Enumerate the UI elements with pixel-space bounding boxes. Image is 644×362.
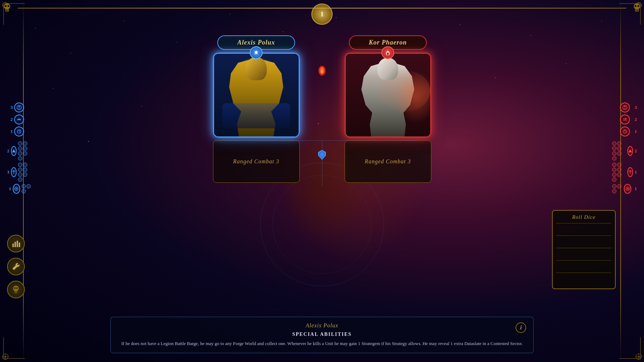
dice-result-1 xyxy=(556,223,611,235)
left-char-art xyxy=(214,54,299,136)
svg-line-24 xyxy=(19,132,20,133)
dice-result-3 xyxy=(556,248,611,260)
right-ability-text: Ranged Combat 3 xyxy=(365,158,411,165)
right-character-card[interactable] xyxy=(345,53,431,138)
bottom-info-panel: Alexis Polux SPECIAL ABILITIES If he doe… xyxy=(110,317,534,353)
left-ability-card: Ranged Combat 3 xyxy=(213,140,300,183)
bottom-panel-character-name: Alexis Polux xyxy=(121,322,523,329)
info-icon-button[interactable]: i xyxy=(516,322,526,333)
right-stat-icon-2 xyxy=(620,115,630,124)
svg-marker-44 xyxy=(628,149,632,152)
svg-rect-48 xyxy=(12,244,14,247)
svg-point-55 xyxy=(16,287,18,289)
svg-rect-18 xyxy=(636,10,637,11)
roll-dice-panel: Roll Dice xyxy=(552,210,616,289)
svg-point-17 xyxy=(638,5,639,7)
skull-left xyxy=(0,2,14,14)
svg-rect-56 xyxy=(15,291,16,293)
left-character-section: Alexis Polux xyxy=(207,35,306,183)
right-card-wrapper xyxy=(345,53,431,138)
svg-point-8 xyxy=(4,3,10,10)
dice-result-4 xyxy=(556,260,611,273)
svg-marker-25 xyxy=(12,149,16,152)
right-pips-1 xyxy=(612,141,626,160)
left-sidebar: 3 2 1 2 xyxy=(7,21,32,358)
left-stat-num-2: 2 xyxy=(7,117,13,122)
left-pip-row-3: 1 xyxy=(7,184,32,194)
center-area: Alexis Polux xyxy=(32,21,612,358)
right-faction-icon xyxy=(381,46,394,59)
right-character-section: Kor Phaeron R xyxy=(338,35,437,183)
left-bottom-icons xyxy=(7,235,25,298)
left-card-wrapper xyxy=(213,53,300,138)
right-pips-2 xyxy=(612,163,626,182)
skull-right xyxy=(630,2,644,14)
chart-button[interactable] xyxy=(7,235,25,252)
svg-point-37 xyxy=(387,52,389,55)
svg-rect-49 xyxy=(15,242,16,247)
main-layout: 3 2 1 2 xyxy=(0,0,644,362)
bottom-panel-abilities-text: If he does not have a Legion Battle Barg… xyxy=(121,340,523,348)
svg-point-11 xyxy=(8,5,10,7)
svg-rect-51 xyxy=(19,243,20,247)
left-stat-row-3: 1 xyxy=(7,127,24,136)
left-stat-icon-1 xyxy=(14,103,24,112)
svg-rect-57 xyxy=(16,291,17,293)
svg-rect-12 xyxy=(6,10,7,11)
left-character-name: Alexis Polux xyxy=(237,39,275,46)
left-stat-icon-2 xyxy=(14,115,24,124)
left-stat-row-2: 2 xyxy=(7,115,24,124)
right-pip-row-1: 2 xyxy=(612,141,637,161)
left-faction-icon xyxy=(250,46,263,59)
skull-bottom-button[interactable] xyxy=(7,281,25,298)
wrench-button[interactable] xyxy=(7,258,25,275)
svg-point-21 xyxy=(18,106,20,107)
shield-icon-bottom xyxy=(316,148,328,161)
svg-point-16 xyxy=(635,5,637,7)
svg-point-14 xyxy=(634,3,640,10)
right-char-art xyxy=(346,54,430,136)
right-sidebar: 3 2 1 2 xyxy=(612,21,637,358)
left-character-card[interactable] xyxy=(213,53,300,138)
dice-result-5 xyxy=(556,273,611,285)
left-pips-2 xyxy=(18,163,32,182)
svg-line-43 xyxy=(625,132,626,133)
right-character-name: Kor Phaeron xyxy=(369,39,407,46)
svg-point-39 xyxy=(624,106,626,107)
content-area: 3 2 1 2 xyxy=(0,18,644,362)
svg-point-52 xyxy=(13,286,19,291)
left-pip-row-1: 2 xyxy=(7,141,32,161)
cards-row: Alexis Polux xyxy=(32,35,612,183)
left-stat-icon-3 xyxy=(14,127,24,136)
right-stat-icon-1 xyxy=(620,103,630,112)
left-pip-row-2: 3 xyxy=(7,163,32,182)
svg-point-10 xyxy=(5,5,7,7)
svg-marker-40 xyxy=(625,118,627,120)
right-stat-row-2: 2 xyxy=(620,115,637,124)
left-stat-num-1: 3 xyxy=(7,105,13,110)
svg-rect-50 xyxy=(17,241,18,247)
left-pips-3 xyxy=(22,184,32,193)
svg-rect-13 xyxy=(7,10,8,11)
flame-icon-top xyxy=(316,64,328,78)
left-pips-1 xyxy=(18,141,32,160)
right-stat-row-1: 3 xyxy=(620,103,637,112)
right-pip-row-2: 1 xyxy=(612,163,637,182)
battle-center-column xyxy=(316,35,328,161)
left-ability-text: Ranged Combat 3 xyxy=(233,158,280,165)
dice-result-2 xyxy=(556,235,611,248)
svg-rect-15 xyxy=(635,9,639,12)
right-pip-row-3: 1 xyxy=(612,184,637,194)
right-ability-card: Ranged Combat 3 xyxy=(345,140,431,183)
bottom-panel-section-title: SPECIAL ABILITIES xyxy=(121,332,523,337)
svg-rect-19 xyxy=(637,10,638,11)
roll-dice-title[interactable]: Roll Dice xyxy=(556,214,611,220)
svg-point-54 xyxy=(14,287,16,289)
svg-rect-9 xyxy=(5,9,9,12)
right-stat-row-3: 1 xyxy=(620,127,637,136)
left-stat-row-1: 3 xyxy=(7,103,24,112)
right-pips-3 xyxy=(612,184,622,193)
svg-point-33 xyxy=(321,67,323,70)
left-stat-num-3: 1 xyxy=(7,129,13,134)
right-stat-icon-3 xyxy=(620,127,630,136)
